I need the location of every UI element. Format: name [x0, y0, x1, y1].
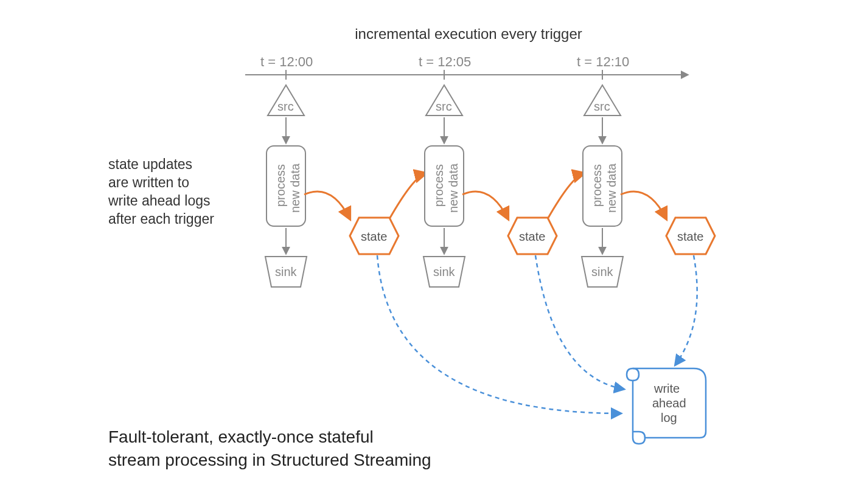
- sink-label-1: sink: [433, 264, 455, 280]
- arrow-state-wal-2: [675, 255, 697, 365]
- process-label-0a: process: [273, 164, 288, 207]
- wal-line2: ahead: [652, 395, 686, 411]
- arrow-state-next: [389, 173, 426, 219]
- src-label-1: src: [436, 98, 452, 114]
- process-label-0b: new data: [287, 164, 303, 213]
- src-label-2: src: [594, 98, 610, 114]
- tick-label-0: t = 12:00: [260, 54, 313, 71]
- sidecaption-4: after each trigger: [108, 210, 214, 229]
- tick-label-1: t = 12:05: [419, 54, 471, 71]
- sidecaption-2: are written to: [108, 174, 189, 192]
- arrow-process-state: [621, 192, 666, 219]
- src-label-0: src: [277, 98, 294, 114]
- wal-line3: log: [661, 410, 677, 426]
- process-label-2a: process: [589, 164, 605, 207]
- sink-label-2: sink: [591, 264, 613, 280]
- state-label-2: state: [677, 229, 703, 244]
- arrow-process-state: [304, 192, 350, 219]
- state-label-0: state: [361, 229, 387, 244]
- sidecaption-1: state updates: [108, 156, 192, 174]
- arrow-state-wal-0: [377, 255, 621, 413]
- process-label-1a: process: [431, 164, 447, 207]
- arrow-state-next: [548, 173, 584, 219]
- process-label-2b: new data: [604, 164, 619, 213]
- arrow-process-state: [462, 192, 508, 219]
- process-label-1b: new data: [445, 164, 461, 213]
- sidecaption-3: write ahead logs: [108, 192, 211, 210]
- bottomcaption-2: stream processing in Structured Streamin…: [108, 449, 431, 472]
- state-label-1: state: [519, 229, 545, 244]
- wal-line1: write: [654, 381, 680, 396]
- bottomcaption-1: Fault-tolerant, exactly-once stateful: [108, 426, 374, 449]
- diagram-title: incremental execution every trigger: [341, 24, 596, 43]
- sink-label-0: sink: [275, 264, 297, 280]
- tick-label-2: t = 12:10: [577, 54, 629, 71]
